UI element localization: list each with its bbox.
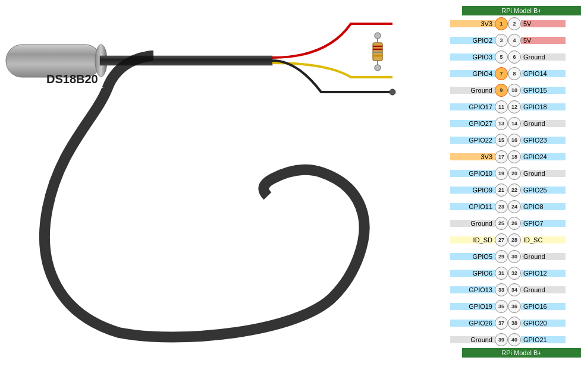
- svg-rect-3: [153, 56, 272, 65]
- svg-point-13: [390, 89, 395, 95]
- wiring-diagram: DS18B20: [0, 0, 452, 392]
- gpio-row: GPIO112324GPIO8: [450, 198, 581, 215]
- pin-label-right: Ground: [521, 120, 566, 127]
- gpio-row: GPIO263738GPIO20: [450, 315, 581, 331]
- pin-number-right: 34: [508, 283, 521, 296]
- pin-number-right: 6: [508, 50, 521, 64]
- pin-label-left: Ground: [450, 87, 495, 94]
- pin-label-left: GPIO26: [450, 320, 495, 327]
- gpio-row: Ground910GPIO15: [450, 82, 581, 99]
- gpio-row: GPIO221516GPIO23: [450, 132, 581, 148]
- pin-label-left: 3V3: [450, 20, 495, 27]
- pin-label-right: 5V: [521, 37, 566, 44]
- pin-number-right: 40: [508, 333, 521, 346]
- pin-number-right: 38: [508, 317, 521, 330]
- pin-number-right: 28: [508, 233, 521, 246]
- pin-label-right: GPIO7: [521, 220, 566, 227]
- pin-number-left: 27: [495, 233, 508, 246]
- gpio-row: GPIO101920Ground: [450, 165, 581, 182]
- pin-number-right: 4: [508, 34, 521, 47]
- pin-number-left: 17: [495, 150, 508, 163]
- pin-number-right: 22: [508, 184, 521, 197]
- svg-point-11: [375, 33, 381, 39]
- pin-label-right: GPIO23: [521, 137, 566, 144]
- gpio-row: 3V3125V: [450, 15, 581, 32]
- pin-number-left: 1: [495, 17, 508, 30]
- pin-label-left: ID_SD: [450, 236, 495, 244]
- pin-label-left: GPIO3: [450, 53, 495, 61]
- pin-number-right: 12: [508, 100, 521, 113]
- gpio-row: GPIO171112GPIO18: [450, 99, 581, 115]
- pin-label-right: GPIO21: [521, 336, 566, 343]
- gpio-row: Ground2526GPIO7: [450, 215, 581, 232]
- gpio-row: GPIO63132GPIO12: [450, 265, 581, 282]
- pin-number-right: 36: [508, 300, 521, 313]
- pin-label-right: GPIO15: [521, 87, 566, 94]
- pin-number-left: 15: [495, 134, 508, 147]
- pin-number-right: 18: [508, 150, 521, 163]
- pin-number-right: 2: [508, 17, 521, 30]
- gpio-table: RPi Model B+ 3V3125VGPIO2345VGPIO356Grou…: [438, 6, 581, 358]
- pin-label-left: GPIO5: [450, 253, 495, 260]
- gpio-row: GPIO133334Ground: [450, 282, 581, 298]
- pin-number-left: 31: [495, 267, 508, 280]
- pin-label-left: GPIO17: [450, 103, 495, 110]
- pin-number-left: 39: [495, 333, 508, 346]
- pin-number-left: 29: [495, 250, 508, 263]
- pin-label-left: GPIO19: [450, 303, 495, 310]
- pin-number-right: 16: [508, 134, 521, 147]
- svg-point-12: [375, 65, 381, 71]
- gpio-row: GPIO478GPIO14: [450, 65, 581, 82]
- pin-number-left: 11: [495, 100, 508, 113]
- pin-label-right: GPIO18: [521, 103, 566, 110]
- pin-number-left: 9: [495, 84, 508, 97]
- pin-number-right: 14: [508, 117, 521, 130]
- gpio-row: Ground3940GPIO21: [450, 331, 581, 348]
- gpio-row: GPIO92122GPIO25: [450, 182, 581, 198]
- pin-label-left: GPIO9: [450, 186, 495, 194]
- pin-label-left: GPIO11: [450, 203, 495, 210]
- pin-number-left: 7: [495, 67, 508, 80]
- pin-number-left: 19: [495, 167, 508, 180]
- pin-label-right: 5V: [521, 20, 566, 27]
- pin-label-right: Ground: [521, 286, 566, 293]
- rpi-header-top: RPi Model B+: [462, 6, 581, 15]
- pin-label-right: GPIO16: [521, 303, 566, 310]
- pin-label-right: GPIO25: [521, 186, 566, 194]
- gpio-row: GPIO52930Ground: [450, 248, 581, 265]
- pin-label-left: GPIO27: [450, 120, 495, 127]
- pin-label-left: GPIO4: [450, 70, 495, 77]
- pin-number-left: 21: [495, 184, 508, 197]
- pin-label-right: Ground: [521, 253, 566, 260]
- pin-number-left: 23: [495, 200, 508, 213]
- pin-label-right: GPIO12: [521, 270, 566, 277]
- pin-label-right: Ground: [521, 53, 566, 61]
- pin-label-left: GPIO13: [450, 286, 495, 293]
- pin-number-left: 37: [495, 317, 508, 330]
- pin-number-left: 3: [495, 34, 508, 47]
- pin-label-left: GPIO22: [450, 137, 495, 144]
- pin-number-left: 35: [495, 300, 508, 313]
- pin-number-right: 26: [508, 217, 521, 230]
- pin-label-right: GPIO14: [521, 70, 566, 77]
- pin-number-left: 5: [495, 50, 508, 64]
- gpio-row: GPIO271314Ground: [450, 115, 581, 132]
- pin-number-right: 10: [508, 84, 521, 97]
- gpio-row: GPIO193536GPIO16: [450, 298, 581, 315]
- pin-number-right: 20: [508, 167, 521, 180]
- pin-label-left: GPIO10: [450, 170, 495, 177]
- pin-label-right: GPIO24: [521, 153, 566, 160]
- pin-label-right: ID_SC: [521, 236, 566, 244]
- pin-label-right: Ground: [521, 170, 566, 177]
- pin-number-right: 24: [508, 200, 521, 213]
- pin-label-left: 3V3: [450, 153, 495, 160]
- pin-label-left: GPIO6: [450, 270, 495, 277]
- pin-number-left: 33: [495, 283, 508, 296]
- pin-number-right: 8: [508, 67, 521, 80]
- pin-label-left: GPIO2: [450, 37, 495, 44]
- gpio-row: ID_SD2728ID_SC: [450, 232, 581, 248]
- rpi-header-bottom: RPi Model B+: [462, 348, 581, 358]
- gpio-row: 3V31718GPIO24: [450, 148, 581, 165]
- sensor-label: DS18B20: [46, 72, 98, 86]
- pin-number-left: 13: [495, 117, 508, 130]
